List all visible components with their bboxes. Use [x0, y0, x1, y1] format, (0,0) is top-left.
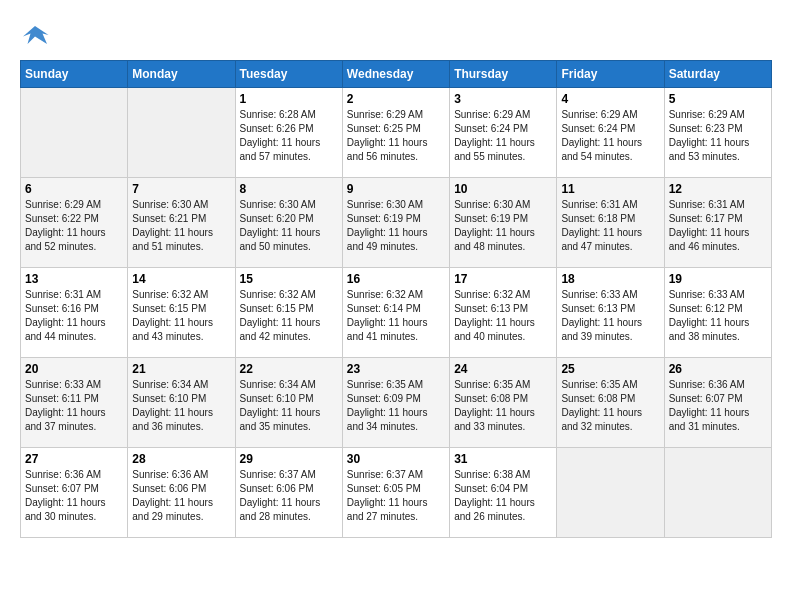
day-info: Sunrise: 6:29 AM Sunset: 6:25 PM Dayligh… — [347, 108, 445, 164]
day-number: 29 — [240, 452, 338, 466]
calendar-cell: 28Sunrise: 6:36 AM Sunset: 6:06 PM Dayli… — [128, 448, 235, 538]
day-number: 12 — [669, 182, 767, 196]
calendar-cell: 9Sunrise: 6:30 AM Sunset: 6:19 PM Daylig… — [342, 178, 449, 268]
day-info: Sunrise: 6:33 AM Sunset: 6:12 PM Dayligh… — [669, 288, 767, 344]
day-number: 26 — [669, 362, 767, 376]
page-header — [20, 20, 772, 50]
calendar-cell: 10Sunrise: 6:30 AM Sunset: 6:19 PM Dayli… — [450, 178, 557, 268]
day-number: 23 — [347, 362, 445, 376]
calendar-week-3: 13Sunrise: 6:31 AM Sunset: 6:16 PM Dayli… — [21, 268, 772, 358]
calendar-cell: 13Sunrise: 6:31 AM Sunset: 6:16 PM Dayli… — [21, 268, 128, 358]
day-number: 8 — [240, 182, 338, 196]
day-number: 14 — [132, 272, 230, 286]
calendar-cell: 11Sunrise: 6:31 AM Sunset: 6:18 PM Dayli… — [557, 178, 664, 268]
day-number: 10 — [454, 182, 552, 196]
weekday-header-tuesday: Tuesday — [235, 61, 342, 88]
logo — [20, 20, 54, 50]
calendar-cell — [557, 448, 664, 538]
calendar-cell: 12Sunrise: 6:31 AM Sunset: 6:17 PM Dayli… — [664, 178, 771, 268]
calendar-cell: 6Sunrise: 6:29 AM Sunset: 6:22 PM Daylig… — [21, 178, 128, 268]
calendar-cell: 15Sunrise: 6:32 AM Sunset: 6:15 PM Dayli… — [235, 268, 342, 358]
calendar-cell: 26Sunrise: 6:36 AM Sunset: 6:07 PM Dayli… — [664, 358, 771, 448]
day-number: 1 — [240, 92, 338, 106]
calendar-cell: 29Sunrise: 6:37 AM Sunset: 6:06 PM Dayli… — [235, 448, 342, 538]
day-number: 2 — [347, 92, 445, 106]
day-info: Sunrise: 6:29 AM Sunset: 6:23 PM Dayligh… — [669, 108, 767, 164]
calendar-cell: 21Sunrise: 6:34 AM Sunset: 6:10 PM Dayli… — [128, 358, 235, 448]
calendar-cell: 27Sunrise: 6:36 AM Sunset: 6:07 PM Dayli… — [21, 448, 128, 538]
day-info: Sunrise: 6:30 AM Sunset: 6:19 PM Dayligh… — [347, 198, 445, 254]
day-info: Sunrise: 6:36 AM Sunset: 6:07 PM Dayligh… — [669, 378, 767, 434]
day-info: Sunrise: 6:29 AM Sunset: 6:24 PM Dayligh… — [454, 108, 552, 164]
day-info: Sunrise: 6:29 AM Sunset: 6:24 PM Dayligh… — [561, 108, 659, 164]
day-number: 16 — [347, 272, 445, 286]
calendar-cell: 19Sunrise: 6:33 AM Sunset: 6:12 PM Dayli… — [664, 268, 771, 358]
day-number: 22 — [240, 362, 338, 376]
day-number: 18 — [561, 272, 659, 286]
day-info: Sunrise: 6:32 AM Sunset: 6:13 PM Dayligh… — [454, 288, 552, 344]
day-info: Sunrise: 6:29 AM Sunset: 6:22 PM Dayligh… — [25, 198, 123, 254]
weekday-header-thursday: Thursday — [450, 61, 557, 88]
day-info: Sunrise: 6:37 AM Sunset: 6:05 PM Dayligh… — [347, 468, 445, 524]
day-info: Sunrise: 6:31 AM Sunset: 6:17 PM Dayligh… — [669, 198, 767, 254]
calendar-week-5: 27Sunrise: 6:36 AM Sunset: 6:07 PM Dayli… — [21, 448, 772, 538]
day-info: Sunrise: 6:31 AM Sunset: 6:18 PM Dayligh… — [561, 198, 659, 254]
day-number: 3 — [454, 92, 552, 106]
day-info: Sunrise: 6:35 AM Sunset: 6:08 PM Dayligh… — [454, 378, 552, 434]
day-number: 15 — [240, 272, 338, 286]
weekday-header-saturday: Saturday — [664, 61, 771, 88]
day-info: Sunrise: 6:31 AM Sunset: 6:16 PM Dayligh… — [25, 288, 123, 344]
calendar-cell: 22Sunrise: 6:34 AM Sunset: 6:10 PM Dayli… — [235, 358, 342, 448]
calendar-cell: 16Sunrise: 6:32 AM Sunset: 6:14 PM Dayli… — [342, 268, 449, 358]
day-number: 19 — [669, 272, 767, 286]
calendar-table: SundayMondayTuesdayWednesdayThursdayFrid… — [20, 60, 772, 538]
weekday-header-friday: Friday — [557, 61, 664, 88]
calendar-cell: 5Sunrise: 6:29 AM Sunset: 6:23 PM Daylig… — [664, 88, 771, 178]
day-info: Sunrise: 6:35 AM Sunset: 6:08 PM Dayligh… — [561, 378, 659, 434]
calendar-cell: 4Sunrise: 6:29 AM Sunset: 6:24 PM Daylig… — [557, 88, 664, 178]
day-info: Sunrise: 6:35 AM Sunset: 6:09 PM Dayligh… — [347, 378, 445, 434]
day-info: Sunrise: 6:30 AM Sunset: 6:20 PM Dayligh… — [240, 198, 338, 254]
day-number: 4 — [561, 92, 659, 106]
calendar-cell: 31Sunrise: 6:38 AM Sunset: 6:04 PM Dayli… — [450, 448, 557, 538]
calendar-cell — [128, 88, 235, 178]
calendar-cell: 23Sunrise: 6:35 AM Sunset: 6:09 PM Dayli… — [342, 358, 449, 448]
calendar-cell — [664, 448, 771, 538]
calendar-cell: 3Sunrise: 6:29 AM Sunset: 6:24 PM Daylig… — [450, 88, 557, 178]
day-number: 25 — [561, 362, 659, 376]
day-number: 6 — [25, 182, 123, 196]
day-info: Sunrise: 6:34 AM Sunset: 6:10 PM Dayligh… — [132, 378, 230, 434]
calendar-header: SundayMondayTuesdayWednesdayThursdayFrid… — [21, 61, 772, 88]
calendar-week-2: 6Sunrise: 6:29 AM Sunset: 6:22 PM Daylig… — [21, 178, 772, 268]
day-number: 9 — [347, 182, 445, 196]
day-number: 17 — [454, 272, 552, 286]
svg-marker-0 — [23, 26, 49, 44]
weekday-header-row: SundayMondayTuesdayWednesdayThursdayFrid… — [21, 61, 772, 88]
day-info: Sunrise: 6:32 AM Sunset: 6:15 PM Dayligh… — [240, 288, 338, 344]
day-info: Sunrise: 6:34 AM Sunset: 6:10 PM Dayligh… — [240, 378, 338, 434]
day-info: Sunrise: 6:36 AM Sunset: 6:06 PM Dayligh… — [132, 468, 230, 524]
day-number: 7 — [132, 182, 230, 196]
day-info: Sunrise: 6:33 AM Sunset: 6:11 PM Dayligh… — [25, 378, 123, 434]
weekday-header-wednesday: Wednesday — [342, 61, 449, 88]
logo-bird-icon — [20, 20, 50, 50]
weekday-header-sunday: Sunday — [21, 61, 128, 88]
calendar-cell: 24Sunrise: 6:35 AM Sunset: 6:08 PM Dayli… — [450, 358, 557, 448]
calendar-cell: 30Sunrise: 6:37 AM Sunset: 6:05 PM Dayli… — [342, 448, 449, 538]
day-info: Sunrise: 6:36 AM Sunset: 6:07 PM Dayligh… — [25, 468, 123, 524]
day-info: Sunrise: 6:30 AM Sunset: 6:21 PM Dayligh… — [132, 198, 230, 254]
day-number: 11 — [561, 182, 659, 196]
day-number: 31 — [454, 452, 552, 466]
calendar-cell: 18Sunrise: 6:33 AM Sunset: 6:13 PM Dayli… — [557, 268, 664, 358]
calendar-cell: 20Sunrise: 6:33 AM Sunset: 6:11 PM Dayli… — [21, 358, 128, 448]
day-number: 24 — [454, 362, 552, 376]
day-info: Sunrise: 6:32 AM Sunset: 6:15 PM Dayligh… — [132, 288, 230, 344]
day-number: 20 — [25, 362, 123, 376]
calendar-cell: 17Sunrise: 6:32 AM Sunset: 6:13 PM Dayli… — [450, 268, 557, 358]
calendar-cell: 1Sunrise: 6:28 AM Sunset: 6:26 PM Daylig… — [235, 88, 342, 178]
day-info: Sunrise: 6:28 AM Sunset: 6:26 PM Dayligh… — [240, 108, 338, 164]
calendar-cell: 2Sunrise: 6:29 AM Sunset: 6:25 PM Daylig… — [342, 88, 449, 178]
weekday-header-monday: Monday — [128, 61, 235, 88]
day-info: Sunrise: 6:38 AM Sunset: 6:04 PM Dayligh… — [454, 468, 552, 524]
day-number: 5 — [669, 92, 767, 106]
